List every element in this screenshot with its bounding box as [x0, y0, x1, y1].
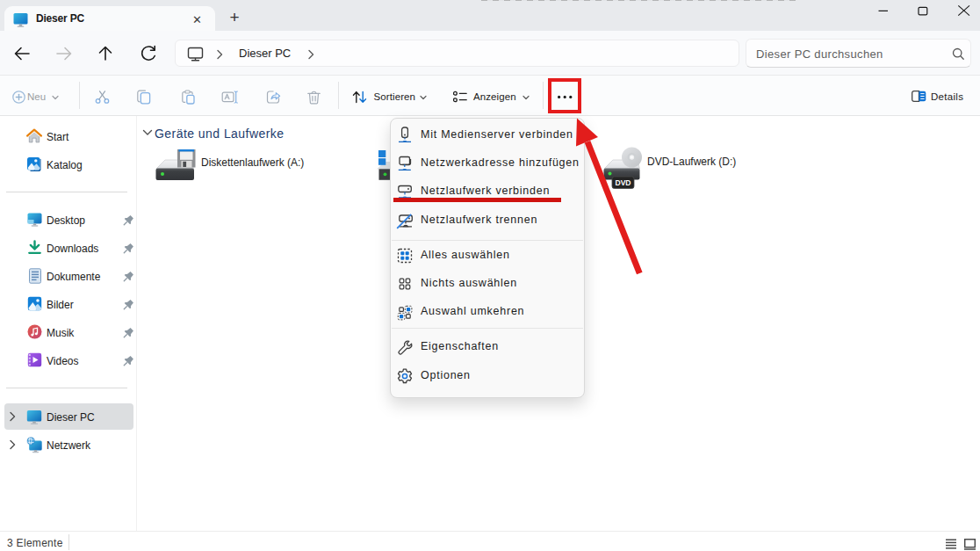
svg-text:DVD: DVD: [615, 178, 631, 187]
